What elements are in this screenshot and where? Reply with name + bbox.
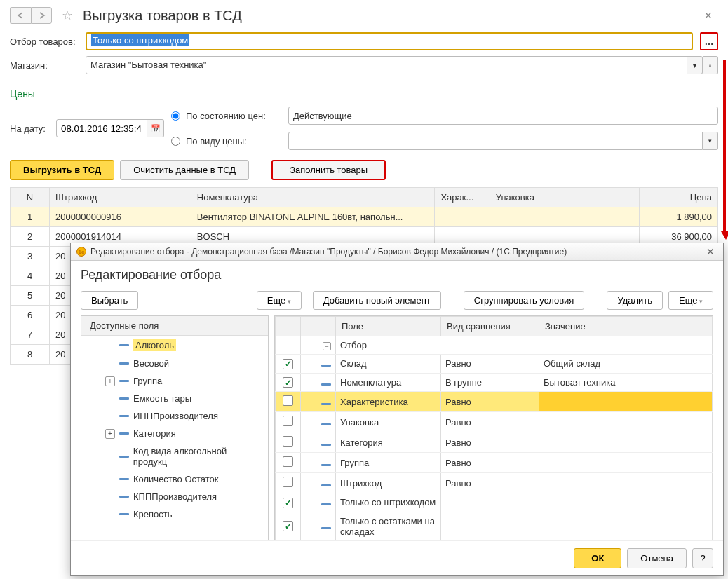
tree-item[interactable]: ИННПроизводителя	[81, 407, 268, 425]
cond-row[interactable]: Номенклатура В группе Бытовая техника	[276, 373, 713, 392]
cond-col-cmp[interactable]: Вид сравнения	[441, 317, 539, 336]
more-button-left[interactable]: Еще	[257, 291, 302, 310]
cond-row[interactable]: Характеристика Равно	[276, 392, 713, 412]
tree-item[interactable]: Крепость	[81, 505, 268, 523]
field-icon	[321, 365, 331, 367]
store-input[interactable]: Магазин "Бытовая техника"	[86, 56, 687, 74]
window-close-button[interactable]: ✕	[699, 7, 718, 24]
cond-checkbox[interactable]	[283, 377, 293, 388]
cond-checkbox[interactable]	[283, 477, 293, 487]
price-state-value[interactable]: Действующие	[288, 107, 718, 125]
cond-checkbox[interactable]	[283, 359, 293, 369]
table-row[interactable]: 1 2000000000916 Вентилятор BINATONE ALPI…	[11, 207, 718, 227]
tree-label: Весовой	[133, 358, 169, 369]
add-element-button[interactable]: Добавить новый элемент	[313, 291, 441, 310]
tree-label: Категория	[133, 428, 176, 439]
cond-value	[539, 432, 713, 453]
help-button[interactable]: ?	[692, 548, 713, 568]
dialog-close-button[interactable]: ✕	[703, 246, 717, 257]
cond-checkbox[interactable]	[283, 395, 293, 406]
cond-field: Характеристика	[336, 392, 441, 412]
field-icon	[119, 496, 129, 498]
col-header-barcode[interactable]: Штрихкод	[50, 188, 191, 207]
store-label: Магазин:	[10, 60, 80, 71]
cond-root-row[interactable]: −Отбор	[276, 336, 713, 355]
clear-button[interactable]: Очистить данные в ТСД	[120, 160, 249, 180]
nav-forward-button[interactable]	[31, 7, 52, 24]
col-header-char[interactable]: Харак...	[435, 188, 490, 207]
annotation-arrow	[723, 60, 726, 233]
favorite-star-icon[interactable]: ☆	[59, 7, 76, 24]
cancel-button[interactable]: Отмена	[627, 548, 687, 568]
cond-row[interactable]: Только с остатками на складах	[276, 512, 713, 540]
select-button[interactable]: Выбрать	[81, 291, 138, 310]
tree-item[interactable]: КПППроизводителя	[81, 488, 268, 505]
cond-row[interactable]: Группа Равно	[276, 453, 713, 473]
cond-compare: Равно	[441, 473, 539, 493]
cond-value: Общий склад	[539, 355, 713, 374]
cond-checkbox[interactable]	[283, 436, 293, 447]
nav-back-button[interactable]	[10, 7, 31, 24]
tree-item[interactable]: Емкость тары	[81, 390, 268, 407]
store-dropdown-button[interactable]: ▾	[687, 56, 703, 74]
price-state-radio-label: По состоянию цен:	[186, 111, 277, 121]
export-button[interactable]: Выгрузить в ТСД	[10, 160, 114, 180]
tree-item[interactable]: +Категория	[81, 425, 268, 442]
cond-col-field[interactable]: Поле	[336, 317, 441, 336]
calendar-button[interactable]: 📅	[147, 119, 164, 137]
store-open-button[interactable]: ▫	[703, 56, 718, 74]
cond-checkbox[interactable]	[283, 521, 293, 531]
ok-button[interactable]: ОК	[574, 548, 621, 568]
tree-item[interactable]: Количество Остаток	[81, 470, 268, 488]
expand-spacer	[105, 394, 115, 404]
cond-row[interactable]: Склад Равно Общий склад	[276, 355, 713, 374]
tree-item[interactable]: Алкоголь	[81, 336, 268, 355]
field-icon	[321, 527, 331, 529]
cond-row[interactable]: Категория Равно	[276, 432, 713, 453]
field-icon	[321, 444, 331, 446]
field-icon	[119, 513, 129, 515]
field-icon	[321, 484, 331, 486]
cond-col-icon	[301, 317, 336, 336]
tree-label: Количество Остаток	[133, 474, 219, 484]
filter-ellipsis-button[interactable]: …	[700, 32, 718, 50]
col-header-price[interactable]: Цена	[639, 188, 717, 207]
cond-compare: Равно	[441, 453, 539, 473]
tree-label: Алкоголь	[133, 339, 176, 351]
fill-button[interactable]: Заполнить товары	[271, 160, 386, 180]
cond-checkbox[interactable]	[283, 498, 293, 508]
col-header-nom[interactable]: Номенклатура	[191, 188, 435, 207]
tree-item[interactable]: Код вида алкогольной продукц	[81, 442, 268, 470]
cell-n: 4	[11, 266, 50, 286]
price-type-radio[interactable]	[171, 137, 180, 146]
cond-row[interactable]: Только со штрихкодом	[276, 493, 713, 512]
col-header-pack[interactable]: Упаковка	[490, 188, 639, 207]
cond-col-val[interactable]: Значение	[539, 317, 713, 336]
cond-row[interactable]: Штрихкод Равно	[276, 473, 713, 493]
group-conditions-button[interactable]: Сгруппировать условия	[464, 291, 585, 310]
cond-field: Категория	[336, 432, 441, 453]
more-button-right[interactable]: Еще	[668, 291, 713, 310]
cond-field: Склад	[336, 355, 441, 374]
tree-label: Группа	[133, 376, 162, 386]
price-type-dropdown-button[interactable]: ▾	[703, 132, 718, 150]
cond-checkbox[interactable]	[283, 456, 293, 467]
filter-input[interactable]: Только со штрихкодом	[86, 32, 693, 50]
price-type-select[interactable]	[288, 132, 703, 150]
field-icon	[321, 403, 331, 405]
date-input[interactable]	[56, 119, 147, 137]
tree-item[interactable]: Весовой	[81, 355, 268, 372]
expand-icon[interactable]: +	[105, 429, 115, 439]
expand-icon[interactable]: +	[105, 376, 115, 386]
delete-button[interactable]: Удалить	[607, 291, 663, 310]
collapse-icon[interactable]: −	[323, 342, 331, 350]
tree-item[interactable]: +Группа	[81, 372, 268, 390]
cell-n: 6	[11, 306, 50, 325]
col-header-n[interactable]: N	[11, 188, 50, 207]
cond-checkbox[interactable]	[283, 416, 293, 426]
cond-row[interactable]: Упаковка Равно	[276, 412, 713, 432]
field-icon	[321, 503, 331, 505]
price-state-radio[interactable]	[171, 111, 180, 121]
cond-compare: Равно	[441, 392, 539, 412]
cell-nom: Вентилятор BINATONE ALPINE 160вт, наполь…	[191, 207, 435, 227]
